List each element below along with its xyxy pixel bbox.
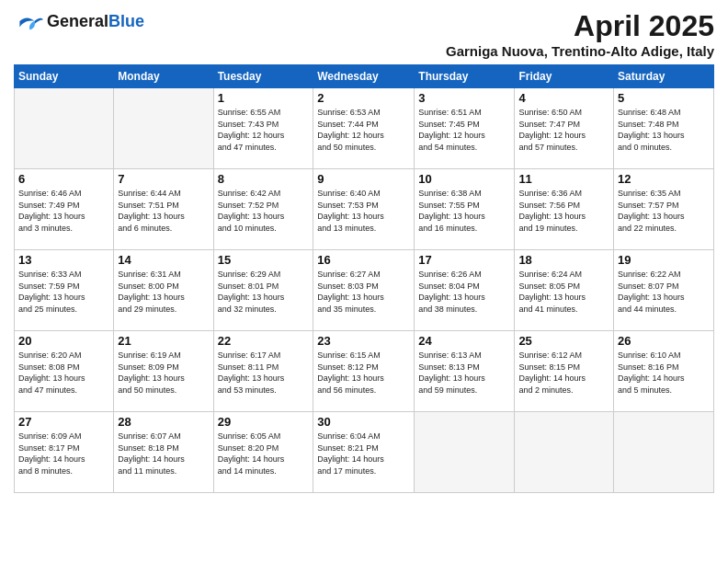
calendar-header-monday: Monday xyxy=(114,65,213,88)
day-info: Sunrise: 6:13 AM Sunset: 8:13 PM Dayligh… xyxy=(418,350,510,396)
calendar-week-row: 20Sunrise: 6:20 AM Sunset: 8:08 PM Dayli… xyxy=(15,331,714,412)
calendar-cell: 17Sunrise: 6:26 AM Sunset: 8:04 PM Dayli… xyxy=(415,250,515,331)
day-number: 17 xyxy=(418,253,510,267)
day-number: 30 xyxy=(317,415,410,429)
day-info: Sunrise: 6:44 AM Sunset: 7:51 PM Dayligh… xyxy=(118,188,209,234)
calendar-week-row: 27Sunrise: 6:09 AM Sunset: 8:17 PM Dayli… xyxy=(15,412,714,493)
calendar-cell: 28Sunrise: 6:07 AM Sunset: 8:18 PM Dayli… xyxy=(114,412,213,493)
calendar-cell: 24Sunrise: 6:13 AM Sunset: 8:13 PM Dayli… xyxy=(415,331,515,412)
page-subtitle: Garniga Nuova, Trentino-Alto Adige, Ital… xyxy=(446,43,714,59)
calendar-cell: 25Sunrise: 6:12 AM Sunset: 8:15 PM Dayli… xyxy=(515,331,614,412)
calendar-cell: 23Sunrise: 6:15 AM Sunset: 8:12 PM Dayli… xyxy=(313,331,415,412)
day-number: 26 xyxy=(618,334,710,348)
day-number: 16 xyxy=(317,253,410,267)
day-number: 4 xyxy=(518,91,609,105)
day-info: Sunrise: 6:12 AM Sunset: 8:15 PM Dayligh… xyxy=(518,350,609,396)
day-number: 1 xyxy=(218,91,310,105)
day-info: Sunrise: 6:27 AM Sunset: 8:03 PM Dayligh… xyxy=(317,269,410,315)
day-number: 6 xyxy=(18,172,109,186)
day-info: Sunrise: 6:33 AM Sunset: 7:59 PM Dayligh… xyxy=(18,269,109,315)
day-number: 9 xyxy=(317,172,410,186)
day-number: 23 xyxy=(317,334,410,348)
calendar-cell: 15Sunrise: 6:29 AM Sunset: 8:01 PM Dayli… xyxy=(213,250,313,331)
calendar-header-wednesday: Wednesday xyxy=(313,65,415,88)
calendar-cell: 20Sunrise: 6:20 AM Sunset: 8:08 PM Dayli… xyxy=(15,331,114,412)
day-number: 19 xyxy=(618,253,710,267)
day-number: 28 xyxy=(118,415,209,429)
header: GeneralBlue April 2025 Garniga Nuova, Tr… xyxy=(14,9,714,59)
calendar-cell: 8Sunrise: 6:42 AM Sunset: 7:52 PM Daylig… xyxy=(213,169,313,250)
day-info: Sunrise: 6:38 AM Sunset: 7:55 PM Dayligh… xyxy=(418,188,510,234)
day-number: 11 xyxy=(518,172,609,186)
calendar-table: SundayMondayTuesdayWednesdayThursdayFrid… xyxy=(14,64,714,493)
calendar-header-saturday: Saturday xyxy=(614,65,714,88)
calendar-cell: 1Sunrise: 6:55 AM Sunset: 7:43 PM Daylig… xyxy=(213,88,313,169)
day-info: Sunrise: 6:10 AM Sunset: 8:16 PM Dayligh… xyxy=(618,350,710,396)
calendar-cell xyxy=(415,412,515,493)
calendar-week-row: 6Sunrise: 6:46 AM Sunset: 7:49 PM Daylig… xyxy=(15,169,714,250)
calendar-cell: 27Sunrise: 6:09 AM Sunset: 8:17 PM Dayli… xyxy=(15,412,114,493)
day-number: 5 xyxy=(618,91,710,105)
day-info: Sunrise: 6:55 AM Sunset: 7:43 PM Dayligh… xyxy=(218,107,310,153)
day-info: Sunrise: 6:26 AM Sunset: 8:04 PM Dayligh… xyxy=(418,269,510,315)
calendar-cell: 21Sunrise: 6:19 AM Sunset: 8:09 PM Dayli… xyxy=(114,331,213,412)
calendar-cell xyxy=(614,412,714,493)
day-number: 18 xyxy=(518,253,609,267)
day-info: Sunrise: 6:22 AM Sunset: 8:07 PM Dayligh… xyxy=(618,269,710,315)
day-number: 14 xyxy=(118,253,209,267)
day-info: Sunrise: 6:51 AM Sunset: 7:45 PM Dayligh… xyxy=(418,107,510,153)
day-number: 8 xyxy=(218,172,310,186)
day-number: 25 xyxy=(518,334,609,348)
calendar-cell: 12Sunrise: 6:35 AM Sunset: 7:57 PM Dayli… xyxy=(614,169,714,250)
calendar-cell: 29Sunrise: 6:05 AM Sunset: 8:20 PM Dayli… xyxy=(213,412,313,493)
title-block: April 2025 Garniga Nuova, Trentino-Alto … xyxy=(446,9,714,59)
calendar-cell xyxy=(114,88,213,169)
day-info: Sunrise: 6:53 AM Sunset: 7:44 PM Dayligh… xyxy=(317,107,410,153)
day-info: Sunrise: 6:04 AM Sunset: 8:21 PM Dayligh… xyxy=(317,431,410,477)
calendar-cell: 19Sunrise: 6:22 AM Sunset: 8:07 PM Dayli… xyxy=(614,250,714,331)
calendar-cell: 30Sunrise: 6:04 AM Sunset: 8:21 PM Dayli… xyxy=(313,412,415,493)
day-number: 2 xyxy=(317,91,410,105)
calendar-header-thursday: Thursday xyxy=(415,65,515,88)
logo-icon xyxy=(14,9,43,33)
day-info: Sunrise: 6:20 AM Sunset: 8:08 PM Dayligh… xyxy=(18,350,109,396)
day-number: 15 xyxy=(218,253,310,267)
day-info: Sunrise: 6:17 AM Sunset: 8:11 PM Dayligh… xyxy=(218,350,310,396)
calendar-cell: 22Sunrise: 6:17 AM Sunset: 8:11 PM Dayli… xyxy=(213,331,313,412)
day-number: 13 xyxy=(18,253,109,267)
calendar-cell: 14Sunrise: 6:31 AM Sunset: 8:00 PM Dayli… xyxy=(114,250,213,331)
day-info: Sunrise: 6:42 AM Sunset: 7:52 PM Dayligh… xyxy=(218,188,310,234)
calendar-header-friday: Friday xyxy=(515,65,614,88)
day-info: Sunrise: 6:36 AM Sunset: 7:56 PM Dayligh… xyxy=(518,188,609,234)
day-info: Sunrise: 6:15 AM Sunset: 8:12 PM Dayligh… xyxy=(317,350,410,396)
calendar-cell: 10Sunrise: 6:38 AM Sunset: 7:55 PM Dayli… xyxy=(415,169,515,250)
day-info: Sunrise: 6:24 AM Sunset: 8:05 PM Dayligh… xyxy=(518,269,609,315)
day-number: 29 xyxy=(218,415,310,429)
day-info: Sunrise: 6:31 AM Sunset: 8:00 PM Dayligh… xyxy=(118,269,209,315)
day-number: 3 xyxy=(418,91,510,105)
calendar-cell xyxy=(15,88,114,169)
calendar-cell: 16Sunrise: 6:27 AM Sunset: 8:03 PM Dayli… xyxy=(313,250,415,331)
calendar-cell: 11Sunrise: 6:36 AM Sunset: 7:56 PM Dayli… xyxy=(515,169,614,250)
day-number: 21 xyxy=(118,334,209,348)
day-info: Sunrise: 6:35 AM Sunset: 7:57 PM Dayligh… xyxy=(618,188,710,234)
calendar-header-sunday: Sunday xyxy=(15,65,114,88)
day-number: 20 xyxy=(18,334,109,348)
calendar-cell: 3Sunrise: 6:51 AM Sunset: 7:45 PM Daylig… xyxy=(415,88,515,169)
day-info: Sunrise: 6:50 AM Sunset: 7:47 PM Dayligh… xyxy=(518,107,609,153)
page-title: April 2025 xyxy=(446,9,714,43)
day-info: Sunrise: 6:46 AM Sunset: 7:49 PM Dayligh… xyxy=(18,188,109,234)
day-number: 10 xyxy=(418,172,510,186)
calendar-cell: 13Sunrise: 6:33 AM Sunset: 7:59 PM Dayli… xyxy=(15,250,114,331)
day-number: 22 xyxy=(218,334,310,348)
logo-text: GeneralBlue xyxy=(47,13,144,29)
day-info: Sunrise: 6:07 AM Sunset: 8:18 PM Dayligh… xyxy=(118,431,209,477)
day-info: Sunrise: 6:29 AM Sunset: 8:01 PM Dayligh… xyxy=(218,269,310,315)
calendar-week-row: 13Sunrise: 6:33 AM Sunset: 7:59 PM Dayli… xyxy=(15,250,714,331)
calendar-cell: 2Sunrise: 6:53 AM Sunset: 7:44 PM Daylig… xyxy=(313,88,415,169)
page: GeneralBlue April 2025 Garniga Nuova, Tr… xyxy=(0,0,728,563)
day-info: Sunrise: 6:09 AM Sunset: 8:17 PM Dayligh… xyxy=(18,431,109,477)
day-number: 12 xyxy=(618,172,710,186)
day-number: 24 xyxy=(418,334,510,348)
calendar-cell xyxy=(515,412,614,493)
